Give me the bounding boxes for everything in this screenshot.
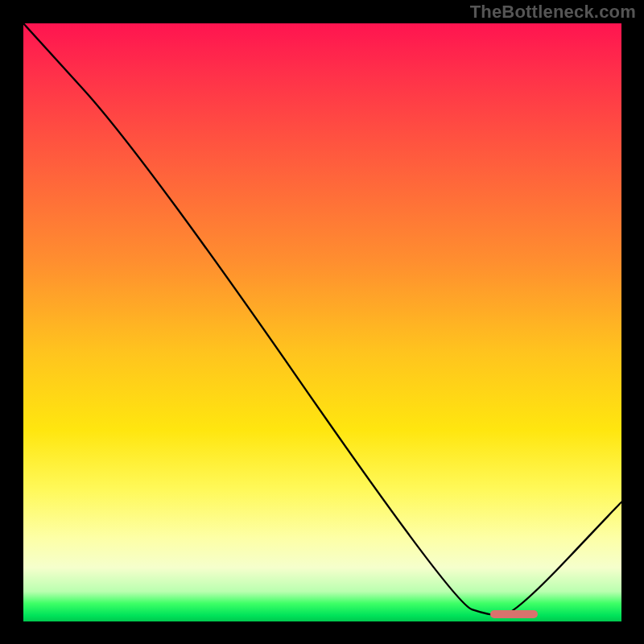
axis-spine-left bbox=[21, 21, 23, 624]
axis-spine-bottom bbox=[21, 621, 624, 624]
optimal-range-marker bbox=[490, 610, 538, 618]
plot-area bbox=[23, 23, 621, 621]
bottleneck-curve-path bbox=[23, 23, 621, 616]
axis-spine-right bbox=[621, 21, 624, 624]
attribution-text: TheBottleneck.com bbox=[470, 2, 636, 23]
curve-svg bbox=[23, 23, 621, 621]
chart-container: TheBottleneck.com bbox=[0, 0, 644, 644]
